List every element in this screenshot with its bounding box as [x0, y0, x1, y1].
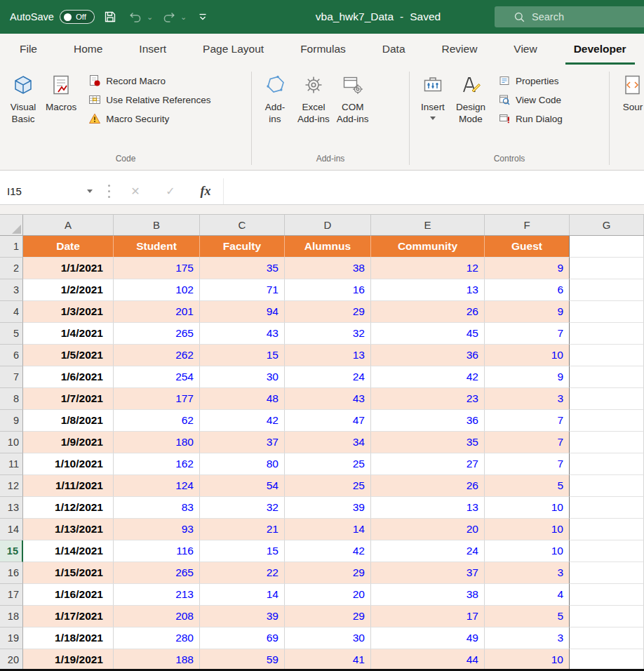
- button-macro-security[interactable]: Macro Security: [86, 112, 213, 126]
- cell-A16[interactable]: 1/15/2021: [23, 562, 114, 584]
- cell-A10[interactable]: 1/9/2021: [23, 432, 114, 453]
- cell-A19[interactable]: 1/18/2021: [23, 627, 114, 649]
- cell-B15[interactable]: 116: [114, 540, 200, 562]
- cell-A20[interactable]: 1/19/2021: [23, 649, 114, 671]
- name-box-dropdown-icon[interactable]: [87, 190, 93, 193]
- button-design-mode[interactable]: DesignMode: [452, 69, 490, 127]
- cell-G11[interactable]: [570, 453, 644, 475]
- column-header-f[interactable]: F: [485, 215, 570, 235]
- cell-E2[interactable]: 12: [371, 258, 485, 279]
- column-header-g[interactable]: G: [570, 215, 644, 235]
- cell-E19[interactable]: 49: [371, 627, 485, 649]
- column-header-a[interactable]: A: [23, 215, 114, 235]
- column-header-c[interactable]: C: [200, 215, 285, 235]
- button-use-relative-references[interactable]: Use Relative References: [86, 93, 213, 107]
- cell-F13[interactable]: 10: [485, 497, 570, 519]
- cell-F19[interactable]: 3: [485, 627, 570, 649]
- cell-F15[interactable]: 10: [485, 540, 570, 562]
- cell-D11[interactable]: 25: [285, 453, 371, 475]
- cell-C19[interactable]: 69: [200, 627, 285, 649]
- cell-F6[interactable]: 10: [485, 345, 570, 366]
- cell-G4[interactable]: [570, 301, 644, 323]
- cell-G3[interactable]: [570, 279, 644, 301]
- cancel-icon[interactable]: [118, 178, 153, 204]
- cell-C15[interactable]: 15: [200, 540, 285, 562]
- cell-D5[interactable]: 32: [285, 323, 371, 345]
- column-header-e[interactable]: E: [371, 215, 485, 235]
- tab-data[interactable]: Data: [364, 34, 424, 65]
- cell-G13[interactable]: [570, 497, 644, 519]
- redo-icon[interactable]: [159, 6, 179, 27]
- cell-B3[interactable]: 102: [114, 279, 200, 301]
- cell-D9[interactable]: 47: [285, 410, 371, 432]
- cell-F10[interactable]: 7: [485, 432, 570, 453]
- cell-G16[interactable]: [570, 562, 644, 584]
- row-header-12[interactable]: 12: [0, 475, 23, 497]
- search-box[interactable]: Search: [495, 6, 644, 27]
- cell-G14[interactable]: [570, 519, 644, 540]
- cell-D13[interactable]: 39: [285, 497, 371, 519]
- cell-F7[interactable]: 9: [485, 366, 570, 388]
- tab-page-layout[interactable]: Page Layout: [185, 34, 282, 65]
- cell-F18[interactable]: 5: [485, 606, 570, 627]
- cell-B9[interactable]: 62: [114, 410, 200, 432]
- cell-D3[interactable]: 16: [285, 279, 371, 301]
- cell-F5[interactable]: 7: [485, 323, 570, 345]
- button-record-macro[interactable]: Record Macro: [86, 74, 213, 88]
- cell-F11[interactable]: 7: [485, 453, 570, 475]
- button-run-dialog[interactable]: Run Dialog: [495, 112, 565, 126]
- cell-D15[interactable]: 42: [285, 540, 371, 562]
- cell-B19[interactable]: 280: [114, 627, 200, 649]
- row-header-13[interactable]: 13: [0, 497, 23, 519]
- row-header-18[interactable]: 18: [0, 606, 23, 627]
- row-header-17[interactable]: 17: [0, 584, 23, 606]
- cell-C2[interactable]: 35: [200, 258, 285, 279]
- cell-G6[interactable]: [570, 345, 644, 366]
- customize-quick-access-toolbar-icon[interactable]: [193, 6, 213, 27]
- cell-A13[interactable]: 1/12/2021: [23, 497, 114, 519]
- cell-E8[interactable]: 23: [371, 388, 485, 410]
- tab-file[interactable]: File: [1, 34, 55, 65]
- row-header-2[interactable]: 2: [0, 258, 23, 279]
- cell-A5[interactable]: 1/4/2021: [23, 323, 114, 345]
- cell-A18[interactable]: 1/17/2021: [23, 606, 114, 627]
- cell-G20[interactable]: [570, 649, 644, 671]
- header-cell-guest[interactable]: Guest: [485, 236, 570, 258]
- header-cell-student[interactable]: Student: [114, 236, 200, 258]
- undo-icon[interactable]: [126, 6, 145, 27]
- cell-C14[interactable]: 21: [200, 519, 285, 540]
- row-header-1[interactable]: 1: [0, 236, 23, 258]
- cell-G7[interactable]: [570, 366, 644, 388]
- cell-E6[interactable]: 36: [371, 345, 485, 366]
- cell-E20[interactable]: 44: [371, 649, 485, 671]
- cell-C8[interactable]: 48: [200, 388, 285, 410]
- cell-C11[interactable]: 80: [200, 453, 285, 475]
- cell-A6[interactable]: 1/5/2021: [23, 345, 114, 366]
- tab-developer[interactable]: Developer: [556, 34, 644, 65]
- cell-F4[interactable]: 9: [485, 301, 570, 323]
- button-source[interactable]: Sour: [614, 69, 644, 115]
- cell-B14[interactable]: 93: [114, 519, 200, 540]
- tab-review[interactable]: Review: [424, 34, 496, 65]
- tab-formulas[interactable]: Formulas: [282, 34, 364, 65]
- cell-F17[interactable]: 4: [485, 584, 570, 606]
- redo-dropdown-icon[interactable]: [180, 13, 187, 22]
- cell-B12[interactable]: 124: [114, 475, 200, 497]
- row-header-5[interactable]: 5: [0, 323, 23, 345]
- cell-E7[interactable]: 42: [371, 366, 485, 388]
- cell-A14[interactable]: 1/13/2021: [23, 519, 114, 540]
- cell-A12[interactable]: 1/11/2021: [23, 475, 114, 497]
- cell-D10[interactable]: 34: [285, 432, 371, 453]
- cell-E15[interactable]: 24: [371, 540, 485, 562]
- cell-B4[interactable]: 201: [114, 301, 200, 323]
- cell-D2[interactable]: 38: [285, 258, 371, 279]
- cell-C7[interactable]: 30: [200, 366, 285, 388]
- cell-A11[interactable]: 1/10/2021: [23, 453, 114, 475]
- cell-F16[interactable]: 3: [485, 562, 570, 584]
- row-header-11[interactable]: 11: [0, 453, 23, 475]
- button-macros[interactable]: Macros: [42, 69, 80, 115]
- insert-function-icon[interactable]: [188, 178, 223, 204]
- cell-G5[interactable]: [570, 323, 644, 345]
- tab-home[interactable]: Home: [55, 34, 121, 65]
- row-header-16[interactable]: 16: [0, 562, 23, 584]
